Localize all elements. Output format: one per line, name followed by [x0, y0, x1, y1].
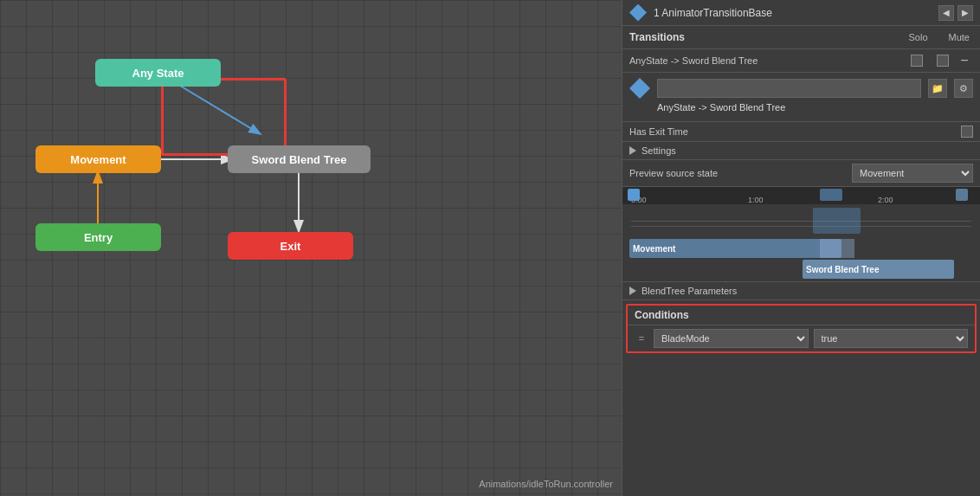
track-bar-movement: Movement: [629, 239, 841, 258]
node-anystate-label: Any State: [132, 67, 184, 80]
transition-solo-checkbox[interactable]: [911, 55, 923, 67]
graph-bottom-label: Animations/idleToRun.controller: [479, 479, 613, 489]
transition-mute-checkbox[interactable]: [937, 55, 949, 67]
track-movement-label: Movement: [633, 244, 675, 254]
folder-icon-btn[interactable]: 📁: [928, 79, 947, 98]
timeline-scrubber[interactable]: [628, 189, 640, 201]
timeline-track-sword: Sword Blend Tree: [629, 260, 973, 279]
transition-minus-btn[interactable]: −: [956, 53, 973, 68]
timeline-tracks: Movement Sword Blend Tree: [622, 234, 980, 282]
condition-value-dropdown[interactable]: true false: [814, 329, 969, 348]
timeline-ruler: 0:00 1:00 2:00: [622, 187, 980, 204]
has-exit-time-checkbox[interactable]: [961, 126, 973, 138]
timeline-track-area: [622, 208, 980, 234]
node-sword-blend[interactable]: Sword Blend Tree: [228, 145, 371, 173]
transitions-header: Transitions Solo Mute: [622, 26, 980, 49]
transition-inspector-icon: [629, 78, 650, 99]
selection-box: [161, 78, 287, 156]
track-sword-label: Sword Blend Tree: [806, 265, 879, 274]
condition-row-0: = BladeMode true false: [628, 325, 975, 351]
inspector-subtitle: AnyState -> Sword Blend Tree: [629, 102, 973, 116]
node-exit-label: Exit: [280, 240, 301, 253]
transition-name-0: AnyState -> Sword Blend Tree: [629, 55, 904, 66]
header-icon-left[interactable]: ◀: [938, 5, 954, 21]
node-sword-blend-label: Sword Blend Tree: [252, 153, 347, 166]
node-movement[interactable]: Movement: [35, 145, 161, 173]
animator-icon: [629, 4, 647, 22]
animator-graph: Any State Movement Sword Blend Tree Entr…: [0, 0, 622, 496]
blendtree-row[interactable]: BlendTree Parameters: [622, 282, 980, 300]
conditions-section: Conditions = BladeMode true false: [626, 304, 977, 353]
blendtree-triangle: [629, 287, 636, 295]
node-entry-label: Entry: [84, 231, 113, 244]
timeline-track-movement: Movement: [629, 239, 973, 258]
blendtree-label: BlendTree Parameters: [642, 286, 737, 296]
preview-source-dropdown[interactable]: Movement Sword Blend Tree: [852, 164, 973, 183]
solo-mute-labels: Solo Mute: [909, 32, 970, 42]
settings-row[interactable]: Settings: [622, 142, 980, 160]
timeline-line-2: [631, 226, 971, 227]
node-anystate[interactable]: Any State: [95, 59, 221, 87]
inspector-row: 📁 ⚙: [629, 78, 973, 99]
track-movement-highlight: [820, 239, 854, 258]
settings-triangle: [629, 146, 636, 155]
condition-equals: =: [635, 333, 648, 344]
condition-param-dropdown[interactable]: BladeMode: [654, 329, 809, 348]
has-exit-time-row: Has Exit Time: [622, 122, 980, 142]
inspector-area: 📁 ⚙ AnyState -> Sword Blend Tree: [622, 73, 980, 122]
preview-source-label: Preview source state: [629, 168, 845, 178]
solo-label: Solo: [909, 32, 928, 42]
right-panel: 1 AnimatorTransitionBase ◀ ▶ Transitions…: [622, 0, 980, 496]
node-exit[interactable]: Exit: [228, 232, 353, 260]
ruler-mark-2: 2:00: [878, 196, 893, 204]
preview-source-row: Preview source state Movement Sword Blen…: [622, 160, 980, 187]
mute-label: Mute: [949, 32, 970, 42]
header-icon-right[interactable]: ▶: [957, 5, 973, 21]
ruler-mark-1: 1:00: [748, 196, 764, 204]
timeline-end-marker[interactable]: [956, 189, 968, 201]
gear-icon-btn[interactable]: ⚙: [954, 79, 973, 98]
timeline: 0:00 1:00 2:00 Movement: [622, 187, 980, 282]
conditions-label: Conditions: [635, 309, 689, 321]
header-icons: ◀ ▶: [938, 5, 973, 21]
node-entry[interactable]: Entry: [35, 223, 161, 251]
right-header: 1 AnimatorTransitionBase ◀ ▶: [622, 0, 980, 26]
transitions-label: Transitions: [629, 31, 909, 43]
header-title: 1 AnimatorTransitionBase: [654, 7, 932, 19]
node-movement-label: Movement: [70, 153, 126, 166]
timeline-line-1: [631, 221, 971, 222]
settings-label: Settings: [642, 145, 676, 156]
transition-item-0[interactable]: AnyState -> Sword Blend Tree −: [622, 49, 980, 73]
conditions-header: Conditions: [628, 306, 975, 325]
timeline-selected-region: [813, 208, 861, 234]
transition-name-input[interactable]: [657, 79, 921, 98]
has-exit-time-label: Has Exit Time: [629, 126, 961, 137]
timeline-playhead-marker[interactable]: [820, 189, 842, 201]
track-bar-sword: Sword Blend Tree: [803, 260, 954, 279]
